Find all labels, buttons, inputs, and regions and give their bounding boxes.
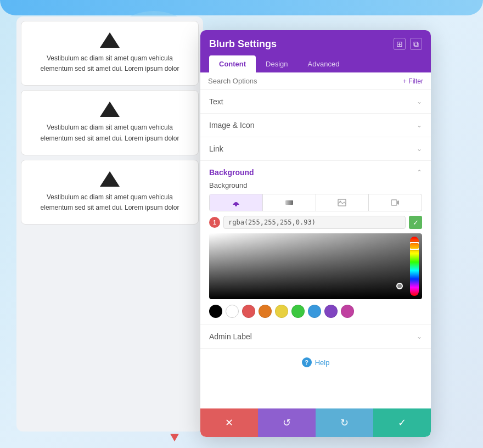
swatch-red[interactable] [242,305,255,318]
svg-rect-4 [391,200,397,205]
search-bar: + Filter [200,72,431,90]
card-3: Vestibulum ac diam sit amet quam vehicul… [21,160,199,225]
gradient-icon [285,198,294,207]
help-row: ? Help [200,349,431,376]
color-swatches-row [209,305,422,318]
section-link-chevron: ⌄ [417,145,422,153]
panel-title-row: Blurb Settings ⊞ ⧉ [209,38,422,50]
svg-point-0 [235,204,237,206]
section-admin-label-text: Admin Label [209,332,252,341]
bg-type-color[interactable] [210,194,263,211]
swatch-orange[interactable] [259,305,272,318]
background-section-header[interactable]: Background ⌃ [200,161,431,181]
save-button[interactable]: ✓ [373,408,431,437]
card-text-3: Vestibulum ac diam sit amet quam vehicul… [30,192,189,213]
filter-button[interactable]: + Filter [403,77,423,85]
hue-handle[interactable] [410,242,419,250]
swatch-purple[interactable] [324,305,338,318]
color-fill-icon [232,198,240,207]
top-decorative-bar [0,0,483,15]
cards-area: Vestibulum ac diam sit amet quam vehicul… [16,16,203,432]
expand-icon-btn[interactable]: ⧉ [410,38,422,50]
section-admin-chevron: ⌄ [417,333,422,340]
panel-icon-buttons: ⊞ ⧉ [394,38,422,50]
swatch-white[interactable] [226,305,239,318]
bg-type-gradient[interactable] [263,194,316,211]
settings-icon-btn[interactable]: ⊞ [394,38,406,50]
panel-title: Blurb Settings [209,38,277,50]
color-confirm-button[interactable]: ✓ [409,216,422,229]
video-icon [391,198,400,207]
section-link[interactable]: Link ⌄ [200,137,431,161]
card-text-1: Vestibulum ac diam sit amet quam vehicul… [30,53,189,74]
section-image-icon-label: Image & Icon [209,121,255,130]
section-text[interactable]: Text ⌄ [200,90,431,114]
card-text-2: Vestibulum ac diam sit amet quam vehicul… [30,122,189,143]
gradient-handle[interactable] [396,283,403,289]
section-admin-label[interactable]: Admin Label ⌄ [200,325,431,349]
settings-panel: Blurb Settings ⊞ ⧉ Content Design Advanc… [200,30,431,437]
card-icon-1 [100,32,120,48]
gradient-canvas[interactable] [209,233,422,299]
card-icon-3 [100,171,120,187]
background-type-tabs [209,194,422,211]
background-chevron: ⌃ [417,169,422,176]
section-text-label: Text [209,97,223,106]
swatch-yellow[interactable] [275,305,288,318]
hue-slider[interactable] [410,237,419,296]
card-2: Vestibulum ac diam sit amet quam vehicul… [21,90,199,155]
swatch-pink[interactable] [341,305,354,318]
panel-header: Blurb Settings ⊞ ⧉ Content Design Advanc… [200,30,431,72]
section-image-icon[interactable]: Image & Icon ⌄ [200,114,431,137]
swatch-black[interactable] [209,305,222,318]
bg-type-video[interactable] [369,194,422,211]
card-icon-2 [100,102,120,117]
section-link-label: Link [209,144,223,153]
tab-advanced[interactable]: Advanced [298,55,350,72]
cancel-button[interactable]: ✕ [200,408,258,437]
tab-design[interactable]: Design [256,55,297,72]
section-image-icon-chevron: ⌄ [417,121,422,129]
action-bar: ✕ ↺ ↻ ✓ [200,408,431,437]
color-picker-area[interactable] [209,233,422,299]
tabs-row: Content Design Advanced [209,55,422,72]
panel-body: + Filter Text ⌄ Image & Icon ⌄ Link ⌄ Ba… [200,72,431,408]
color-layer-badge: 1 [209,217,220,228]
color-value-input[interactable]: rgba(255,255,255,0.93) [223,216,406,229]
bg-type-image[interactable] [316,194,369,211]
swatch-green[interactable] [291,305,305,318]
help-icon: ? [302,357,312,367]
svg-rect-1 [285,200,293,205]
help-button[interactable]: Help [315,359,330,367]
color-gradient-field[interactable] [209,233,422,299]
swatch-blue[interactable] [308,305,321,318]
section-background: Background ⌃ Background [200,161,431,325]
background-sub-label: Background [200,181,431,194]
card-1: Vestibulum ac diam sit amet quam vehicul… [21,21,199,86]
image-icon [338,198,346,207]
section-text-chevron: ⌄ [417,98,422,105]
search-input[interactable] [208,77,398,85]
redo-button[interactable]: ↻ [316,408,373,437]
background-section-label: Background [209,168,254,177]
undo-button[interactable]: ↺ [258,408,316,437]
tab-content[interactable]: Content [209,55,256,72]
color-input-row: 1 rgba(255,255,255,0.93) ✓ [209,216,422,229]
bottom-arrow [170,434,179,441]
